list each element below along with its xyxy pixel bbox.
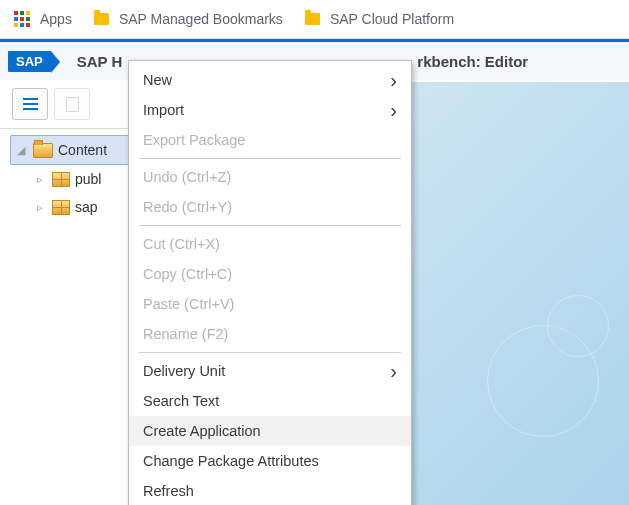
menu-change-package-attributes[interactable]: Change Package Attributes <box>129 446 411 476</box>
apps-grid-icon <box>14 11 30 27</box>
package-icon <box>52 172 70 187</box>
context-menu: New Import Export Package Undo (Ctrl+Z) … <box>128 60 412 505</box>
menu-label: Export Package <box>143 132 245 148</box>
bookmark-sap-cloud[interactable]: SAP Cloud Platform <box>305 11 454 27</box>
sap-logo: SAP <box>8 51 51 72</box>
package-icon <box>52 200 70 215</box>
menu-copy: Copy (Ctrl+C) <box>129 259 411 289</box>
menu-label: Refresh <box>143 483 194 499</box>
menu-label: New <box>143 72 172 88</box>
toolbar-button[interactable] <box>54 88 90 120</box>
menu-separator <box>139 158 401 159</box>
menu-label: Search Text <box>143 393 219 409</box>
bookmark-sap-managed[interactable]: SAP Managed Bookmarks <box>94 11 283 27</box>
menu-undo: Undo (Ctrl+Z) <box>129 162 411 192</box>
menu-label: Copy (Ctrl+C) <box>143 266 232 282</box>
folder-icon <box>305 13 320 25</box>
menu-button[interactable] <box>12 88 48 120</box>
menu-delivery-unit[interactable]: Delivery Unit <box>129 356 411 386</box>
menu-paste: Paste (Ctrl+V) <box>129 289 411 319</box>
menu-search-text[interactable]: Search Text <box>129 386 411 416</box>
expand-icon[interactable]: ▹ <box>33 173 47 186</box>
hamburger-icon <box>23 98 38 110</box>
title-left: SAP H <box>77 53 123 70</box>
menu-label: Undo (Ctrl+Z) <box>143 169 231 185</box>
menu-label: Delivery Unit <box>143 363 225 379</box>
bookmark-label: SAP Cloud Platform <box>330 11 454 27</box>
apps-shortcut[interactable]: Apps <box>14 11 72 27</box>
menu-label: Redo (Ctrl+Y) <box>143 199 232 215</box>
document-icon <box>66 97 79 112</box>
menu-redo: Redo (Ctrl+Y) <box>129 192 411 222</box>
browser-bookmarks-bar: Apps SAP Managed Bookmarks SAP Cloud Pla… <box>0 0 629 39</box>
menu-label: Cut (Ctrl+X) <box>143 236 220 252</box>
decorative-flare <box>389 275 609 495</box>
tree-label: Content <box>58 142 107 158</box>
menu-refresh[interactable]: Refresh <box>129 476 411 505</box>
menu-import[interactable]: Import <box>129 95 411 125</box>
menu-cut: Cut (Ctrl+X) <box>129 229 411 259</box>
tree-label: sap <box>75 199 98 215</box>
menu-export-package: Export Package <box>129 125 411 155</box>
menu-new[interactable]: New <box>129 65 411 95</box>
menu-separator <box>139 352 401 353</box>
bookmark-label: SAP Managed Bookmarks <box>119 11 283 27</box>
menu-label: Paste (Ctrl+V) <box>143 296 234 312</box>
menu-label: Create Application <box>143 423 261 439</box>
title-right: rkbench: Editor <box>417 53 528 70</box>
menu-separator <box>139 225 401 226</box>
apps-label: Apps <box>40 11 72 27</box>
folder-open-icon <box>33 143 53 158</box>
menu-create-application[interactable]: Create Application <box>129 416 411 446</box>
tree-label: publ <box>75 171 101 187</box>
menu-label: Import <box>143 102 184 118</box>
menu-label: Rename (F2) <box>143 326 228 342</box>
expand-icon[interactable]: ▹ <box>33 201 47 214</box>
menu-rename: Rename (F2) <box>129 319 411 349</box>
menu-label: Change Package Attributes <box>143 453 319 469</box>
collapse-icon[interactable]: ◢ <box>14 144 28 157</box>
folder-icon <box>94 13 109 25</box>
